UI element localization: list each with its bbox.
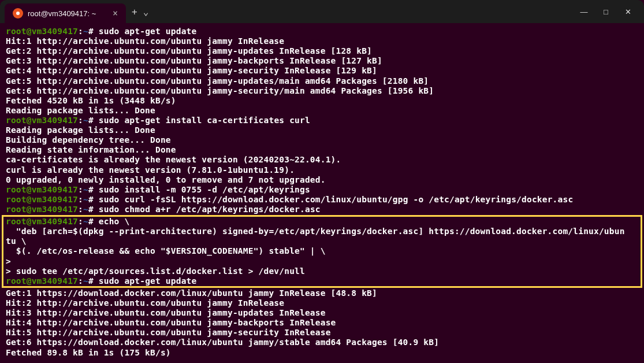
- output-text: Hit:4 http://archive.ubuntu.com/ubuntu j…: [6, 318, 336, 327]
- terminal-body[interactable]: root@vm3409417:~# sudo apt-get updateHit…: [0, 23, 644, 361]
- prompt-hash: #: [88, 27, 99, 36]
- output-text: Fetched 89.8 kB in 1s (175 kB/s): [6, 348, 171, 357]
- prompt-hash: #: [88, 276, 99, 286]
- output-text: tu \: [6, 236, 27, 246]
- output-line: 0 upgraded, 0 newly installed, 0 to remo…: [6, 175, 638, 185]
- prompt-user: root@vm3409417: [6, 276, 78, 286]
- prompt-path: ~: [83, 116, 88, 125]
- output-text: Reading package lists... Done: [6, 125, 155, 135]
- command-line: root@vm3409417:~# sudo curl -fsSL https:…: [6, 195, 638, 205]
- prompt-user: root@vm3409417: [6, 27, 78, 36]
- output-text: 0 upgraded, 0 newly installed, 0 to remo…: [6, 175, 326, 184]
- output-text: Fetched 4520 kB in 1s (3448 kB/s): [6, 96, 176, 105]
- output-text: Get:1 https://download.docker.com/linux/…: [6, 288, 377, 298]
- output-text: Get:5 http://archive.ubuntu.com/ubuntu j…: [6, 76, 429, 86]
- prompt-path: ~: [83, 217, 88, 226]
- output-line: Fetched 4520 kB in 1s (3448 kB/s): [6, 96, 638, 106]
- highlighted-region: root@vm3409417:~# echo \ "deb [arch=$(dp…: [2, 215, 642, 288]
- output-line: Get:2 http://archive.ubuntu.com/ubuntu j…: [6, 46, 638, 56]
- new-tab-button[interactable]: +: [132, 6, 137, 17]
- command-line: root@vm3409417:~# echo \: [6, 217, 638, 227]
- prompt-hash: #: [88, 195, 99, 204]
- minimize-button[interactable]: —: [579, 7, 589, 16]
- output-text: Reading state information... Done: [6, 145, 176, 154]
- output-line: >: [6, 257, 638, 266]
- output-line: ca-certificates is already the newest ve…: [6, 155, 638, 165]
- command-text: sudo curl -fsSL https://download.docker.…: [99, 195, 574, 204]
- output-line: Get:1 https://download.docker.com/linux/…: [6, 288, 638, 298]
- output-line: Hit:1 http://archive.ubuntu.com/ubuntu j…: [6, 36, 638, 46]
- command-line: root@vm3409417:~# sudo install -m 0755 -…: [6, 185, 638, 195]
- output-text: Get:3 http://archive.ubuntu.com/ubuntu j…: [6, 56, 382, 65]
- prompt-hash: #: [88, 217, 99, 226]
- output-line: curl is already the newest version (7.81…: [6, 165, 638, 175]
- output-line: Hit:5 http://archive.ubuntu.com/ubuntu j…: [6, 328, 638, 338]
- output-text: Hit:1 http://archive.ubuntu.com/ubuntu j…: [6, 36, 284, 46]
- output-line: Get:3 http://archive.ubuntu.com/ubuntu j…: [6, 56, 638, 66]
- prompt-path: ~: [83, 276, 88, 286]
- prompt-hash: #: [88, 116, 99, 125]
- output-line: tu \: [6, 236, 638, 246]
- command-line: root@vm3409417:~# sudo apt-get install c…: [6, 116, 638, 125]
- prompt-path: ~: [83, 195, 88, 204]
- prompt-colon: :: [78, 116, 83, 125]
- command-text: sudo apt-get update: [99, 276, 197, 286]
- command-text: echo \: [99, 217, 130, 226]
- output-line: Get:4 http://archive.ubuntu.com/ubuntu j…: [6, 66, 638, 76]
- output-text: Get:6 http://archive.ubuntu.com/ubuntu j…: [6, 86, 434, 95]
- ubuntu-icon: [13, 8, 23, 18]
- prompt-path: ~: [83, 205, 88, 214]
- prompt-colon: :: [78, 195, 83, 204]
- output-text: Reading package lists... Done: [6, 106, 155, 115]
- prompt-user: root@vm3409417: [6, 205, 78, 214]
- command-text: sudo chmod a+r /etc/apt/keyrings/docker.…: [99, 205, 321, 214]
- prompt-path: ~: [83, 27, 88, 36]
- output-line: Reading package lists... Done: [6, 106, 638, 116]
- prompt-user: root@vm3409417: [6, 195, 78, 204]
- maximize-button[interactable]: □: [601, 7, 611, 16]
- output-text: Hit:2 http://archive.ubuntu.com/ubuntu j…: [6, 298, 284, 308]
- output-text: Hit:3 http://archive.ubuntu.com/ubuntu j…: [6, 308, 326, 317]
- output-line: Hit:2 http://archive.ubuntu.com/ubuntu j…: [6, 298, 638, 308]
- output-line: Hit:3 http://archive.ubuntu.com/ubuntu j…: [6, 308, 638, 318]
- output-text: curl is already the newest version (7.81…: [6, 165, 295, 175]
- output-text: > sudo tee /etc/apt/sources.list.d/docke…: [6, 266, 305, 276]
- output-line: Reading state information... Done: [6, 145, 638, 155]
- output-line: > sudo tee /etc/apt/sources.list.d/docke…: [6, 266, 638, 276]
- tab-dropdown-icon[interactable]: ⌄: [143, 6, 149, 17]
- titlebar: root@vm3409417: ~ × + ⌄ — □ ✕: [0, 0, 644, 23]
- output-text: Get:4 http://archive.ubuntu.com/ubuntu j…: [6, 66, 377, 75]
- command-text: sudo apt-get update: [99, 27, 197, 36]
- output-text: Get:2 http://archive.ubuntu.com/ubuntu j…: [6, 46, 372, 55]
- prompt-hash: #: [88, 205, 99, 214]
- terminal-tab[interactable]: root@vm3409417: ~ ×: [5, 3, 126, 23]
- prompt-user: root@vm3409417: [6, 217, 78, 226]
- output-line: Reading package lists... Done: [6, 125, 638, 135]
- output-text: $(. /etc/os-release && echo "$VERSION_CO…: [6, 246, 326, 255]
- command-text: sudo install -m 0755 -d /etc/apt/keyring…: [99, 185, 310, 194]
- output-line: "deb [arch=$(dpkg --print-architecture) …: [6, 227, 638, 236]
- tab-title: root@vm3409417: ~: [28, 9, 96, 18]
- output-text: >: [6, 257, 11, 266]
- output-line: Building dependency tree... Done: [6, 135, 638, 145]
- prompt-colon: :: [78, 217, 83, 226]
- command-line: root@vm3409417:~# sudo chmod a+r /etc/ap…: [6, 205, 638, 214]
- output-line: Get:6 https://download.docker.com/linux/…: [6, 338, 638, 347]
- output-line: Hit:4 http://archive.ubuntu.com/ubuntu j…: [6, 318, 638, 328]
- close-tab-icon[interactable]: ×: [113, 8, 118, 18]
- prompt-hash: #: [88, 185, 99, 194]
- output-text: ca-certificates is already the newest ve…: [6, 155, 341, 164]
- prompt-user: root@vm3409417: [6, 116, 78, 125]
- output-text: Building dependency tree... Done: [6, 135, 171, 145]
- command-text: sudo apt-get install ca-certificates cur…: [99, 116, 310, 125]
- prompt-user: root@vm3409417: [6, 185, 78, 194]
- window-controls: — □ ✕: [579, 7, 639, 16]
- close-window-button[interactable]: ✕: [623, 7, 632, 16]
- output-text: Get:6 https://download.docker.com/linux/…: [6, 338, 439, 347]
- output-text: Hit:5 http://archive.ubuntu.com/ubuntu j…: [6, 328, 331, 337]
- output-line: Fetched 89.8 kB in 1s (175 kB/s): [6, 348, 638, 358]
- prompt-colon: :: [78, 185, 83, 194]
- prompt-colon: :: [78, 27, 83, 36]
- output-line: $(. /etc/os-release && echo "$VERSION_CO…: [6, 246, 638, 256]
- output-line: Get:5 http://archive.ubuntu.com/ubuntu j…: [6, 76, 638, 86]
